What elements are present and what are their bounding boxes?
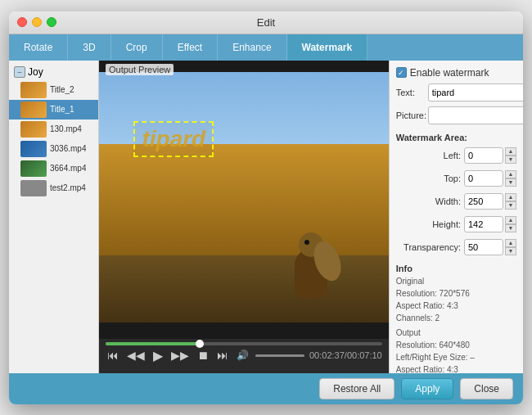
transparency-row: Transparency: ▲ ▼ [396,239,516,255]
video-panel: Output Preview [99,61,389,373]
sidebar-item-130[interactable]: 130.mp4 [9,120,98,139]
minimize-window-button[interactable] [32,17,42,27]
height-spin-up[interactable]: ▲ [505,216,516,224]
volume-slider[interactable] [255,354,304,357]
tab-crop[interactable]: Crop [111,34,163,61]
prev-button[interactable]: ⏮ [106,349,120,362]
apply-button[interactable]: Apply [401,378,453,399]
sidebar-label-3036: 3036.mp4 [50,144,86,153]
progress-bar[interactable] [106,342,382,345]
trans-spin-up[interactable]: ▲ [505,239,516,247]
rewind-button[interactable]: ◀◀ [125,349,147,362]
text-field-label: Text: [396,88,425,97]
height-row: Height: ▲ ▼ [396,216,516,232]
text-input-row: Text: T 🖼 [396,83,516,101]
width-spin-down[interactable]: ▼ [505,201,516,210]
watermark-text-input[interactable] [428,83,523,101]
out-eyesize-row: Left/Right Eye Size: – [396,351,516,363]
sidebar-label-test2: test2.mp4 [50,183,86,192]
original-label: Original [396,275,516,287]
sidebar-label-130: 130.mp4 [50,124,82,133]
progress-fill [106,342,200,345]
sidebar-item-title2[interactable]: Title_2 [9,80,98,100]
left-spin-up[interactable]: ▲ [505,147,516,156]
width-spin-up[interactable]: ▲ [505,193,516,201]
thumb-title1 [20,101,47,118]
stop-button[interactable]: ⏹ [196,349,210,362]
traffic-lights [17,17,56,27]
picture-path-input[interactable] [428,106,523,124]
width-spinner: ▲ ▼ [505,193,516,210]
main-area: Output Preview [99,61,523,373]
top-spin-up[interactable]: ▲ [505,170,516,178]
left-spin-down[interactable]: ▼ [505,156,516,164]
sidebar-item-title1[interactable]: Title_1 [9,100,98,120]
main-window: Edit Rotate 3D Crop Effect Enhance Water… [9,11,523,404]
left-input[interactable] [464,147,503,164]
play-button[interactable]: ▶ [151,348,165,363]
collapse-icon[interactable]: – [14,66,25,78]
mid-bg [99,144,389,255]
close-window-button[interactable] [17,17,27,27]
sidebar-item-test2[interactable]: test2.mp4 [9,178,98,198]
preview-label: Output Preview [106,64,174,75]
width-input[interactable] [464,193,503,210]
out-resolution-row: Resolution: 640*480 [396,339,516,351]
thumb-test2 [20,180,47,196]
window-title: Edit [257,16,275,29]
controls-row: ⏮ ◀◀ ▶ ▶▶ ⏹ ⏭ 🔊 00:02:37/00:07:10 [106,348,382,363]
transparency-input[interactable] [464,239,503,255]
fastforward-button[interactable]: ▶▶ [169,349,191,362]
top-spin-down[interactable]: ▼ [505,178,516,187]
transparency-spinner: ▲ ▼ [505,239,516,255]
picture-field-label: Picture: [396,111,425,120]
video-controls: ⏮ ◀◀ ▶ ▶▶ ⏹ ⏭ 🔊 00:02:37/00:07:10 [99,339,389,373]
left-row: Left: ▲ ▼ [396,147,516,164]
trans-spin-down[interactable]: ▼ [505,247,516,255]
sidebar-item-3036[interactable]: 3036.mp4 [9,139,98,159]
tab-effect[interactable]: Effect [163,34,218,61]
restore-all-button[interactable]: Restore All [319,378,394,399]
sidebar-group-joy[interactable]: – Joy [9,64,98,80]
watermark-overlay: tipard [133,121,214,157]
thumb-3664 [20,160,47,177]
tabs-bar: Rotate 3D Crop Effect Enhance Watermark [9,34,523,61]
preview-area: Output Preview [99,61,523,373]
height-spin-down[interactable]: ▼ [505,224,516,232]
video-background: tipard [99,61,389,339]
sidebar-label-title2: Title_2 [50,85,74,94]
enable-watermark-checkbox[interactable]: ✓ [396,67,407,78]
next-button[interactable]: ⏭ [215,349,230,362]
bottom-bar: Restore All Apply Close [9,373,523,404]
resolution-row: Resolution: 720*576 [396,287,516,300]
volume-icon[interactable]: 🔊 [235,350,250,361]
close-button[interactable]: Close [460,378,513,399]
sidebar-label-3664: 3664.mp4 [50,164,86,173]
progress-thumb[interactable] [196,340,204,348]
height-spinner: ▲ ▼ [505,216,516,232]
tab-rotate[interactable]: Rotate [9,34,68,61]
output-label: Output [396,327,516,339]
height-input[interactable] [464,216,503,232]
content-area: – Joy Title_2 Title_1 130.mp4 3036.mp4 [9,61,523,373]
enable-watermark-label: Enable watermark [410,67,489,79]
time-display: 00:02:37/00:07:10 [309,350,382,360]
tab-enhance[interactable]: Enhance [218,34,286,61]
sidebar-group-label: Joy [28,66,43,78]
sidebar-item-3664[interactable]: 3664.mp4 [9,159,98,178]
maximize-window-button[interactable] [47,17,56,27]
info-section: Info Original Resolution: 720*576 Aspect… [396,262,516,373]
out-aspect-row: Aspect Ratio: 4:3 [396,363,516,373]
tab-watermark[interactable]: Watermark [287,34,368,61]
sidebar: – Joy Title_2 Title_1 130.mp4 3036.mp4 [9,61,99,373]
title-bar: Edit [9,11,523,34]
watermark-area-title: Watermark Area: [396,133,516,142]
tab-3d[interactable]: 3D [68,34,110,61]
aspect-row: Aspect Ratio: 4:3 [396,300,516,312]
info-title: Info [396,262,516,276]
video-container[interactable]: tipard [99,61,389,339]
top-input[interactable] [464,170,503,187]
thumb-title2 [20,82,47,98]
left-spinner: ▲ ▼ [505,147,516,164]
width-label: Width: [396,196,464,206]
